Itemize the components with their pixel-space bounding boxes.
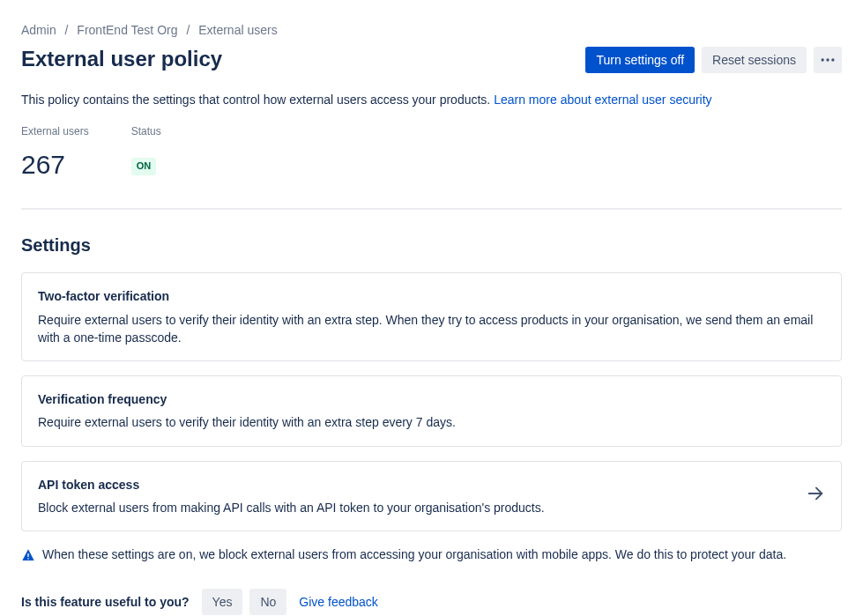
feedback-no-button[interactable]: No bbox=[249, 589, 286, 615]
settings-card: Verification frequencyRequire external u… bbox=[21, 375, 842, 447]
more-horizontal-icon bbox=[819, 51, 837, 69]
card-description: Require external users to verify their i… bbox=[38, 311, 825, 347]
more-actions-button[interactable] bbox=[814, 47, 842, 73]
card-description: Require external users to verify their i… bbox=[38, 413, 825, 431]
breadcrumb-separator: / bbox=[65, 23, 69, 37]
breadcrumb: Admin / FrontEnd Test Org / External use… bbox=[21, 21, 842, 39]
give-feedback-link[interactable]: Give feedback bbox=[299, 593, 378, 611]
info-message: When these settings are on, we block ext… bbox=[21, 545, 842, 563]
info-text: When these settings are on, we block ext… bbox=[42, 545, 786, 563]
stat-label-external-users: External users bbox=[21, 124, 89, 139]
divider bbox=[21, 208, 842, 210]
settings-card[interactable]: API token accessBlock external users fro… bbox=[21, 461, 842, 532]
warning-icon bbox=[21, 548, 35, 562]
feedback-yes-button[interactable]: Yes bbox=[202, 589, 243, 615]
settings-card: Two-factor verificationRequire external … bbox=[21, 272, 842, 361]
svg-point-2 bbox=[831, 58, 834, 61]
stat-external-users: External users 267 bbox=[21, 124, 89, 183]
intro-text: This policy contains the settings that c… bbox=[21, 91, 842, 108]
card-title: API token access bbox=[38, 476, 790, 494]
svg-rect-5 bbox=[27, 558, 28, 559]
feedback-prompt: Is this feature useful to you? bbox=[21, 593, 190, 611]
intro-description: This policy contains the settings that c… bbox=[21, 93, 494, 107]
card-title: Verification frequency bbox=[38, 390, 825, 408]
feedback-row: Is this feature useful to you? Yes No Gi… bbox=[21, 589, 842, 615]
stat-status: Status ON bbox=[131, 124, 161, 183]
header-actions: Turn settings off Reset sessions bbox=[585, 47, 842, 73]
reset-sessions-button[interactable]: Reset sessions bbox=[702, 47, 807, 73]
settings-heading: Settings bbox=[21, 233, 842, 258]
arrow-right-icon bbox=[806, 484, 825, 508]
breadcrumb-item-org[interactable]: FrontEnd Test Org bbox=[77, 23, 177, 37]
card-description: Block external users from making API cal… bbox=[38, 499, 790, 516]
breadcrumb-item-external-users[interactable]: External users bbox=[198, 23, 277, 37]
feedback-buttons: Yes No bbox=[202, 589, 287, 615]
status-badge: ON bbox=[131, 158, 157, 175]
stat-value-external-users: 267 bbox=[21, 145, 89, 184]
page-title: External user policy bbox=[21, 44, 222, 75]
learn-more-link[interactable]: Learn more about external user security bbox=[494, 93, 711, 107]
svg-rect-4 bbox=[27, 553, 28, 557]
breadcrumb-separator: / bbox=[186, 23, 190, 37]
stat-label-status: Status bbox=[131, 124, 161, 139]
turn-settings-off-button[interactable]: Turn settings off bbox=[585, 47, 695, 73]
svg-point-0 bbox=[822, 58, 824, 61]
page-header: External user policy Turn settings off R… bbox=[21, 44, 842, 75]
svg-point-1 bbox=[826, 58, 829, 61]
breadcrumb-item-admin[interactable]: Admin bbox=[21, 23, 56, 37]
stats-row: External users 267 Status ON bbox=[21, 124, 842, 183]
card-title: Two-factor verification bbox=[38, 287, 825, 305]
